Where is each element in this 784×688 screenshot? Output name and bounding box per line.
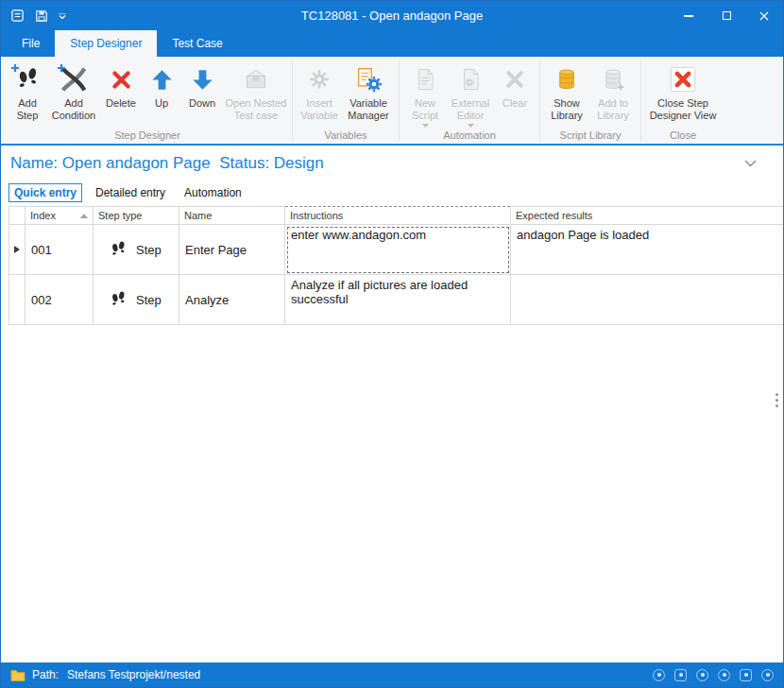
more-options-icon[interactable]: [775, 393, 778, 407]
close-button[interactable]: [745, 1, 783, 30]
ribbon: Add Step Add Condition Delete: [1, 57, 783, 146]
database-icon: [554, 63, 579, 95]
column-header-instructions[interactable]: Instructions: [285, 207, 511, 225]
collapse-panel-button[interactable]: [744, 160, 757, 167]
row-selector-cell[interactable]: [9, 275, 26, 325]
status-indicator-icon[interactable]: [761, 669, 774, 681]
minimize-button[interactable]: [670, 1, 707, 30]
gear-icon: [307, 63, 332, 95]
cell-instructions[interactable]: Analyze if all pictures are loaded succe…: [285, 275, 511, 325]
delete-button[interactable]: Delete: [99, 59, 143, 129]
arrow-down-icon: [191, 63, 214, 95]
status-value: Design: [274, 154, 324, 172]
document-icon: [413, 63, 437, 95]
cell-step-type[interactable]: Step: [94, 225, 179, 275]
variable-manager-button[interactable]: Variable Manager: [342, 59, 395, 129]
tab-test-case[interactable]: Test Case: [157, 30, 237, 57]
cell-index[interactable]: 001: [26, 225, 94, 275]
statusbar-indicators: [653, 669, 774, 681]
ribbon-separator: [539, 60, 540, 141]
add-condition-icon: [60, 63, 87, 95]
cell-expected-results[interactable]: [511, 275, 784, 325]
move-down-button[interactable]: Down: [180, 59, 224, 129]
group-label-step-designer: Step Designer: [4, 129, 291, 144]
cell-name[interactable]: Analyze: [179, 275, 285, 325]
titlebar: TC128081 - Open andagon Page: [1, 1, 783, 30]
group-label-variables: Variables: [294, 129, 398, 144]
plus-badge-icon: [10, 63, 20, 73]
window-title: TC128081 - Open andagon Page: [1, 9, 783, 23]
maximize-icon: [723, 11, 731, 20]
column-header-step-type[interactable]: Step type: [94, 207, 179, 225]
entry-tab-bar: Quick entry Detailed entry Automation: [1, 181, 783, 204]
plus-badge-icon: [57, 63, 66, 73]
column-header-index[interactable]: Index: [26, 207, 94, 225]
row-selector-cell[interactable]: [9, 225, 26, 275]
insert-variable-button: Insert Variable: [297, 59, 342, 129]
tab-automation[interactable]: Automation: [179, 183, 247, 202]
path-label: Path:: [32, 668, 59, 681]
status-indicator-icon[interactable]: [718, 669, 730, 681]
current-row-arrow-icon: [14, 246, 20, 253]
window-controls: [670, 1, 783, 30]
table-row[interactable]: 002 Step Analyze Analyze if all pictures…: [9, 275, 784, 325]
cell-instructions[interactable]: enter www.andagon.com: [285, 225, 511, 275]
status-indicator-icon[interactable]: [653, 669, 665, 681]
document-gear-icon: [458, 63, 483, 95]
name-label: Name:: [10, 154, 58, 172]
ribbon-separator: [292, 60, 293, 141]
status-indicator-icon[interactable]: [740, 669, 752, 681]
path-value: Stefans Testprojekt/nested: [67, 668, 200, 681]
name-value: Open andagon Page: [62, 154, 211, 172]
show-library-button[interactable]: Show Library: [544, 59, 589, 129]
tab-step-designer[interactable]: Step Designer: [55, 30, 157, 57]
app-icon[interactable]: [10, 9, 25, 23]
maximize-button[interactable]: [707, 1, 745, 30]
cell-step-type[interactable]: Step: [94, 275, 179, 325]
step-grid-area: Index Step type Name Instructions Expect…: [1, 204, 783, 662]
boxed-red-x-icon: [669, 63, 697, 95]
app-window: TC128081 - Open andagon Page File Step D…: [0, 0, 784, 688]
step-table: Index Step type Name Instructions Expect…: [9, 206, 783, 325]
status-label: Status:: [219, 154, 269, 172]
open-nested-test-case-button: Open Nested Test case: [224, 59, 288, 129]
status-indicator-icon[interactable]: [674, 669, 687, 681]
ribbon-group-step-designer: Add Step Add Condition Delete: [4, 57, 291, 144]
cell-name[interactable]: Enter Page: [179, 225, 285, 275]
document-header: Name: Open andagon Page Status: Design: [1, 146, 783, 181]
dropdown-caret-icon: [422, 124, 429, 128]
add-condition-button[interactable]: Add Condition: [48, 59, 99, 129]
arrow-up-icon: [150, 63, 174, 95]
column-header-name[interactable]: Name: [179, 207, 285, 225]
clear-x-icon: [503, 63, 526, 95]
database-plus-icon: [601, 63, 625, 95]
table-header-row: Index Step type Name Instructions Expect…: [9, 207, 784, 225]
move-up-button[interactable]: Up: [143, 59, 180, 129]
tab-detailed-entry[interactable]: Detailed entry: [90, 183, 171, 202]
document-gear-icon: [355, 63, 383, 95]
ribbon-group-script-library: Show Library Add to Library Script Libra…: [541, 57, 639, 144]
nested-test-case-icon: [243, 63, 269, 95]
close-icon: [759, 11, 769, 21]
quick-access-dropdown-icon[interactable]: [59, 13, 66, 19]
table-row[interactable]: 001 Step Enter Page enter www.andagon.co…: [9, 225, 784, 275]
ribbon-separator: [640, 60, 641, 141]
group-label-automation: Automation: [401, 129, 538, 144]
ribbon-tab-bar: File Step Designer Test Case: [1, 30, 783, 57]
close-step-designer-view-button[interactable]: Close Step Designer View: [645, 59, 721, 129]
row-selector-header: [9, 207, 26, 225]
save-icon[interactable]: [35, 9, 48, 23]
tab-file[interactable]: File: [7, 30, 55, 57]
quick-access-toolbar: [1, 9, 66, 23]
external-editor-button: External Editor: [447, 59, 494, 129]
status-indicator-icon[interactable]: [696, 669, 708, 681]
clear-button: Clear: [494, 59, 536, 129]
cell-index[interactable]: 002: [26, 275, 94, 325]
cell-expected-results[interactable]: andagon Page is loaded: [511, 225, 784, 275]
tab-quick-entry[interactable]: Quick entry: [9, 183, 82, 202]
step-type-label: Step: [136, 293, 162, 307]
add-to-library-button: Add to Library: [589, 59, 637, 129]
group-label-close: Close: [642, 129, 724, 144]
column-header-expected-results[interactable]: Expected results: [511, 207, 784, 225]
add-step-button[interactable]: Add Step: [7, 59, 48, 129]
